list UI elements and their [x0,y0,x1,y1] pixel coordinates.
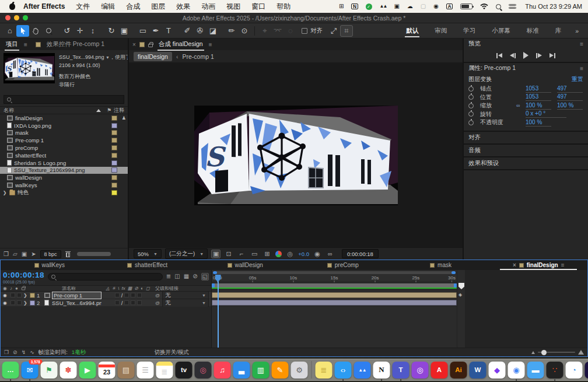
project-item-row[interactable]: ❯ wallDesign ♟ [0,174,128,181]
dock-app-icon[interactable]: ≣ [156,362,173,379]
property-value-y[interactable]: 497 [557,85,583,93]
motion-blur-toggle[interactable] [131,300,135,305]
zoom-window-button[interactable] [23,15,28,20]
dock-app-icon[interactable]: ▤ [118,362,135,379]
playhead[interactable] [218,275,219,348]
label-color-swatch[interactable] [111,130,117,135]
dock-app-icon[interactable]: ✽ [60,362,77,379]
menu-item[interactable]: 合成 [126,2,140,12]
threed-toggle[interactable] [137,300,142,305]
play-button[interactable] [523,52,528,59]
shy-toggle[interactable] [115,293,120,297]
project-item-row[interactable]: ❯ SSU_Texture_2106x994.png ♟ [0,167,128,174]
dock-app-icon[interactable]: Ai [450,362,467,379]
property-value-x[interactable]: 100 % [526,119,551,127]
menu-item[interactable]: 窗口 [251,2,265,12]
label-color-swatch[interactable] [111,138,117,143]
workspace-tab[interactable]: 标准 [519,24,547,37]
composition-canvas[interactable]: S [194,106,398,205]
sort-ascending-icon[interactable] [96,109,101,112]
battery-icon[interactable] [460,3,473,9]
clone-stamp-tool[interactable]: ✇ [194,25,206,37]
dock-app-icon[interactable]: W [470,362,487,379]
timeline-tab[interactable]: × wallKeys ≡ [1,260,99,270]
delete-icon[interactable] [65,251,71,257]
column-name[interactable]: 名称 [4,107,14,114]
zoom-slider[interactable] [538,352,575,353]
project-item-row[interactable]: ❯ finalDesign ♟ [0,114,128,122]
stopwatch-icon[interactable] [468,86,474,92]
menu-app-name[interactable]: After Effects [23,2,65,10]
toggle-switches-label[interactable]: 切换开关/模式 [154,349,189,356]
eye-icon[interactable]: ◉ [3,300,9,306]
apple-menu-icon[interactable] [9,3,15,10]
pickwhip-icon[interactable]: @ [155,300,160,306]
close-panel-icon[interactable]: × [132,41,136,48]
lock-toggle[interactable] [17,293,22,297]
resolution-dropdown[interactable]: (二分之一)▼ [165,248,208,259]
motion-blur-master-icon[interactable]: ⊘ [13,349,18,355]
property-value-x[interactable]: 0 x +0 ° [526,110,566,118]
layer-color-swatch[interactable] [30,293,35,298]
dock-app-icon[interactable]: … [2,362,19,379]
menu-item[interactable]: 图层 [151,2,165,12]
dock-app-icon[interactable]: ⚑ [41,362,58,379]
workspace-more-button[interactable]: » [569,27,584,34]
dock-app-icon[interactable]: ▶ [79,362,96,379]
type-tool[interactable]: T [162,25,175,37]
breadcrumb-parent[interactable]: Pre-comp 1 [182,53,214,60]
mask-visibility-icon[interactable]: ⊡ [224,250,233,258]
orbit-camera-tool[interactable]: ↺ [61,25,74,37]
timeline-tab[interactable]: × preComp ≡ [294,260,392,270]
tab-project[interactable]: 项目 [4,38,20,50]
dock-app-icon[interactable]: ‹› [335,362,352,379]
control-center-icon[interactable] [509,4,516,9]
menu-item[interactable]: 编辑 [101,2,115,12]
threed-toggle[interactable] [137,293,142,297]
workspace-tab[interactable]: 小屏幕 [484,24,519,37]
exposure-icon[interactable]: ◎ [285,250,295,258]
audio-toggle[interactable] [10,293,15,297]
link-icon[interactable]: ∞ [516,103,526,108]
tab-effect-controls[interactable]: 效果控件 Pre-comp 1 [44,38,107,50]
timeline-tab[interactable]: × wallDesign ≡ [196,260,294,270]
stopwatch-icon[interactable] [468,111,474,117]
motion-blur-toggle[interactable] [131,293,135,297]
panel-menu-icon[interactable]: ≡ [580,65,583,72]
project-search-input[interactable] [4,95,124,104]
previous-frame-button[interactable] [510,53,516,58]
pen-tool[interactable]: ✒ [149,25,162,37]
pickwhip-icon[interactable]: @ [155,293,160,298]
choose-grid-icon[interactable]: ▣ [211,250,220,258]
show-snapshot-icon[interactable]: ∞ [326,250,335,257]
grid-options-icon[interactable]: ⌗ [340,25,353,37]
frame-blending-master-icon[interactable]: ❐ [4,349,9,355]
dock-app-icon[interactable]: ♫ [214,362,231,379]
layer-bar-row[interactable] [212,292,457,299]
dock-app-icon[interactable]: ⚙ [291,362,308,379]
mini-flowchart-icon[interactable]: ≣ [166,273,171,281]
expander-icon[interactable]: ❯ [2,190,7,195]
eraser-tool[interactable]: ◪ [206,25,219,37]
panel-menu-icon[interactable]: ≡ [209,41,212,48]
time-ruler[interactable]: 0:0005s10s15s20s25s30s [212,275,457,282]
fx-toggle[interactable] [124,300,129,305]
quality-toggle[interactable]: / [121,300,123,306]
workspace-tab[interactable]: 默认 [398,24,426,37]
label-color-swatch[interactable] [111,160,117,166]
breadcrumb-current[interactable]: finalDesign [134,52,172,61]
graph-icon[interactable]: ∿ [30,349,34,355]
stopwatch-icon[interactable] [468,120,474,125]
label-color-swatch[interactable] [111,115,117,121]
project-item-row[interactable]: ❯ IXDA Logo.png ♟ [0,122,128,129]
dock-app-icon[interactable]: ▬ [527,362,544,379]
time-navigator[interactable] [213,271,456,274]
stopwatch-icon[interactable] [468,103,474,108]
audio-toggle[interactable] [10,300,15,305]
collapsed-panel-header[interactable]: 音频 [464,145,588,156]
draft-3d-icon[interactable]: ◫ [174,273,180,281]
dock-app-icon[interactable] [312,361,312,379]
footage-name[interactable]: SSU_Tex...994.png [59,54,104,60]
audio-column-icon[interactable]: ♪ [10,286,12,291]
dock-app-icon[interactable]: ◉ [508,362,525,379]
